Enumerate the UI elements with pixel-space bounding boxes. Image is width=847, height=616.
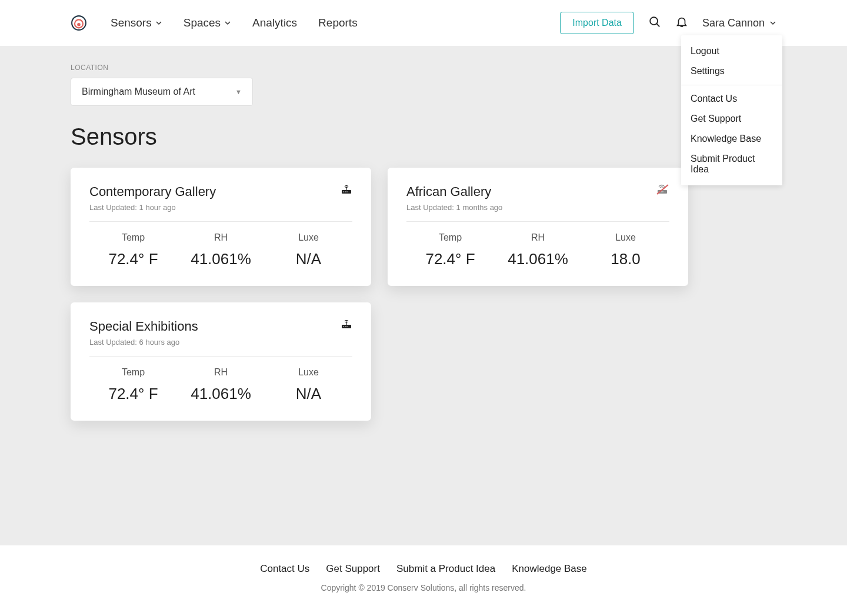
metric-value: N/A [265, 250, 352, 268]
svg-point-8 [345, 191, 346, 192]
metric-label: RH [177, 232, 265, 243]
metric-label: Temp [406, 232, 494, 243]
nav-reports-label: Reports [318, 16, 358, 29]
caret-down-icon: ▼ [235, 88, 242, 95]
user-dropdown: Logout Settings Contact Us Get Support K… [681, 35, 782, 185]
main-nav: Sensors Spaces Analytics Reports [111, 16, 358, 29]
chevron-down-icon [769, 17, 776, 29]
sensor-card[interactable]: African Gallery Last Updated: 1 months a… [388, 168, 688, 286]
svg-point-13 [662, 191, 663, 192]
search-icon [648, 15, 661, 31]
metric-label: Luxe [265, 232, 352, 243]
card-updated: Last Updated: 1 months ago [406, 203, 502, 212]
card-metrics: Temp 72.4° F RH 41.061% Luxe N/A [89, 367, 352, 403]
footer-knowledge-base[interactable]: Knowledge Base [512, 563, 587, 575]
metric-value: N/A [265, 385, 352, 403]
nav-spaces[interactable]: Spaces [184, 16, 231, 29]
metric-value: 72.4° F [406, 250, 494, 268]
card-metrics: Temp 72.4° F RH 41.061% Luxe N/A [89, 232, 352, 268]
footer-copyright: Copyright © 2019 Conserv Solutions, all … [0, 583, 847, 592]
router-online-icon [341, 319, 352, 329]
metric-label: Temp [89, 232, 177, 243]
search-button[interactable] [648, 15, 661, 31]
card-divider [406, 221, 669, 222]
footer-links: Contact Us Get Support Submit a Product … [0, 563, 847, 575]
nav-analytics-label: Analytics [252, 16, 297, 29]
dropdown-submit-idea[interactable]: Submit Product Idea [681, 149, 782, 179]
card-updated: Last Updated: 1 hour ago [89, 203, 216, 212]
chevron-down-icon [224, 16, 231, 29]
location-select[interactable]: Birmingham Museum of Art ▼ [71, 78, 253, 106]
page-title: Sensors [71, 124, 776, 150]
metric-rh: RH 41.061% [177, 232, 265, 268]
svg-point-9 [346, 191, 348, 192]
card-title: Contemporary Gallery [89, 184, 216, 199]
dropdown-logout[interactable]: Logout [681, 41, 782, 61]
chevron-down-icon [155, 16, 162, 29]
dropdown-contact-us[interactable]: Contact Us [681, 89, 782, 109]
card-header: Contemporary Gallery Last Updated: 1 hou… [89, 184, 352, 212]
footer-submit-idea[interactable]: Submit a Product Idea [396, 563, 495, 575]
metric-label: Luxe [265, 367, 352, 378]
dropdown-get-support[interactable]: Get Support [681, 109, 782, 129]
router-offline-icon [656, 184, 669, 195]
card-metrics: Temp 72.4° F RH 41.061% Luxe 18.0 [406, 232, 669, 268]
metric-label: RH [177, 367, 265, 378]
svg-point-17 [343, 326, 344, 327]
notifications-button[interactable] [675, 15, 688, 31]
bell-icon [675, 15, 688, 31]
metric-value: 41.061% [494, 250, 582, 268]
location-label: LOCATION [71, 64, 776, 72]
import-data-button[interactable]: Import Data [560, 12, 634, 34]
nav-sensors[interactable]: Sensors [111, 16, 162, 29]
nav-sensors-label: Sensors [111, 16, 152, 29]
dropdown-settings[interactable]: Settings [681, 61, 782, 81]
location-selected-value: Birmingham Museum of Art [82, 86, 195, 97]
metric-luxe: Luxe N/A [265, 232, 352, 268]
card-updated: Last Updated: 6 hours ago [89, 338, 198, 347]
sensor-cards: Contemporary Gallery Last Updated: 1 hou… [71, 168, 688, 421]
metric-label: RH [494, 232, 582, 243]
card-title: African Gallery [406, 184, 502, 199]
metric-value: 41.061% [177, 385, 265, 403]
sensor-card[interactable]: Contemporary Gallery Last Updated: 1 hou… [71, 168, 371, 286]
svg-point-18 [345, 326, 346, 327]
metric-luxe: Luxe N/A [265, 367, 352, 403]
dropdown-knowledge-base[interactable]: Knowledge Base [681, 129, 782, 149]
svg-point-3 [650, 17, 658, 25]
svg-point-2 [77, 23, 81, 26]
metric-label: Luxe [582, 232, 669, 243]
metric-temp: Temp 72.4° F [89, 367, 177, 403]
router-online-icon [341, 184, 352, 195]
svg-line-4 [656, 24, 659, 26]
footer-get-support[interactable]: Get Support [326, 563, 380, 575]
metric-label: Temp [89, 367, 177, 378]
nav-spaces-label: Spaces [184, 16, 221, 29]
sensor-card[interactable]: Special Exhibitions Last Updated: 6 hour… [71, 302, 371, 421]
user-name-label: Sara Cannon [702, 17, 765, 29]
card-title: Special Exhibitions [89, 319, 198, 334]
metric-luxe: Luxe 18.0 [582, 232, 669, 268]
dropdown-divider [681, 85, 782, 85]
card-divider [89, 356, 352, 357]
card-header: African Gallery Last Updated: 1 months a… [406, 184, 669, 212]
footer-contact-us[interactable]: Contact Us [260, 563, 309, 575]
metric-value: 18.0 [582, 250, 669, 268]
metric-rh: RH 41.061% [177, 367, 265, 403]
svg-point-19 [346, 326, 348, 327]
brand-logo[interactable] [71, 15, 87, 31]
metric-temp: Temp 72.4° F [89, 232, 177, 268]
metric-value: 41.061% [177, 250, 265, 268]
nav-reports[interactable]: Reports [318, 16, 358, 29]
card-header: Special Exhibitions Last Updated: 6 hour… [89, 319, 352, 347]
card-divider [89, 221, 352, 222]
metric-value: 72.4° F [89, 385, 177, 403]
nav-analytics[interactable]: Analytics [252, 16, 297, 29]
user-menu[interactable]: Sara Cannon [702, 17, 776, 29]
svg-point-7 [343, 191, 344, 192]
metric-value: 72.4° F [89, 250, 177, 268]
metric-rh: RH 41.061% [494, 232, 582, 268]
footer: Contact Us Get Support Submit a Product … [0, 545, 847, 616]
metric-temp: Temp 72.4° F [406, 232, 494, 268]
header-right: Import Data Sara Cannon [560, 12, 776, 34]
